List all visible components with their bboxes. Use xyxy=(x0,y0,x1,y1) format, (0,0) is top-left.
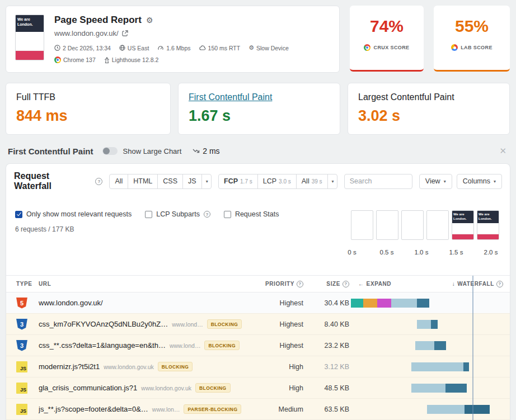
fcp-section-bar: First Contentful Paint Show Large Chart … xyxy=(0,135,516,163)
filter-fcp[interactable]: FCP 1.7 s xyxy=(219,174,258,188)
filter-all-time[interactable]: All 39 s xyxy=(297,174,328,188)
filter-js[interactable]: JS xyxy=(183,174,202,188)
metric-title-fcp-link[interactable]: First Contentful Paint xyxy=(189,92,330,102)
waterfall-bar[interactable] xyxy=(349,314,510,334)
waterfall-bar[interactable] xyxy=(349,377,510,398)
waterfall-bar[interactable] xyxy=(349,292,510,313)
checkbox-icon[interactable] xyxy=(145,211,152,218)
browser-row: Chrome 137 Lighthouse 12.8.2 xyxy=(54,56,289,63)
top-row: We are London. Page Speed Report ⚙ www.l… xyxy=(0,0,516,73)
crux-chrome-icon xyxy=(364,44,370,51)
checkbox-lcp-subparts[interactable]: LCP Subparts ? xyxy=(145,210,210,218)
request-url: js_**.js?scope=footer&delta=0&… xyxy=(39,405,148,413)
parser-blocking-badge: PARSER-BLOCKING xyxy=(184,404,241,414)
globe-icon xyxy=(119,45,125,51)
lcp-subparts-help-icon[interactable]: ? xyxy=(204,211,210,218)
filmstrip-frame[interactable]: We are London. xyxy=(477,210,499,240)
filter-css[interactable]: CSS xyxy=(158,174,183,188)
css-file-icon: 3 xyxy=(16,340,27,351)
metric-title-ttfb: Full TTFB xyxy=(16,92,160,102)
report-header-card: We are London. Page Speed Report ⚙ www.l… xyxy=(6,6,340,73)
request-size: 63.5 KB xyxy=(325,405,349,413)
metric-delta: 2 ms xyxy=(193,147,219,155)
site-thumbnail: We are London. xyxy=(15,15,44,60)
columns-button[interactable]: Columns▾ xyxy=(457,174,502,189)
checkbox-icon[interactable] xyxy=(15,211,22,218)
expand-button[interactable]: ← EXPAND xyxy=(358,281,391,287)
request-priority: High xyxy=(289,384,303,392)
table-row[interactable]: 3 css_km7oFKYVOAnzQ5dNLBu2y0hZ… www.lond… xyxy=(6,314,510,335)
table-row[interactable]: JS modernizr.js?t5i2t1 www.london.gov.uk… xyxy=(6,356,510,377)
close-icon[interactable]: ✕ xyxy=(499,146,508,156)
checkbox-relevant-requests[interactable]: Only show most relevant requests xyxy=(15,210,132,218)
filter-lcp[interactable]: LCP 3.0 s xyxy=(258,174,297,188)
col-header-waterfall[interactable]: ↓ WATERFALL ? xyxy=(452,281,503,287)
waterfall-bar[interactable] xyxy=(349,335,510,356)
settings-gear-icon[interactable]: ⚙ xyxy=(146,16,153,25)
section-title: First Contentful Paint xyxy=(8,147,93,156)
col-header-type[interactable]: TYPE xyxy=(6,281,33,287)
table-row[interactable]: 3 css_**.css?delta=1&language=en&th… www… xyxy=(6,335,510,356)
col-header-size[interactable]: SIZE ? xyxy=(303,281,349,287)
waterfall-help-icon[interactable]: ? xyxy=(95,178,102,185)
css-file-icon: 3 xyxy=(16,319,27,330)
left-arrow-icon: ← xyxy=(358,281,364,287)
table-row[interactable]: 5 www.london.gov.uk/ Highest 30.4 KB xyxy=(6,292,510,314)
device-type: ⚙ Slow Device xyxy=(248,44,289,51)
external-link-icon[interactable] xyxy=(122,30,128,36)
checkbox-request-stats[interactable]: Request Stats xyxy=(224,210,279,218)
filter-all[interactable]: All xyxy=(110,174,128,188)
table-row[interactable]: JS gla_crisis_communication.js?1 www.lon… xyxy=(6,377,510,399)
large-chart-toggle[interactable] xyxy=(102,147,118,155)
html-file-icon: 5 xyxy=(16,298,27,309)
search-input[interactable] xyxy=(344,174,412,189)
blocking-badge: BLOCKING xyxy=(158,362,193,371)
test-date: 2 Dec 2025, 13:34 xyxy=(54,45,111,51)
size-help-icon[interactable]: ? xyxy=(343,281,349,287)
rtt: 150 ms RTT xyxy=(199,45,241,51)
request-host: www.lond… xyxy=(172,321,203,328)
site-thumbnail-caption: We are London. xyxy=(16,15,44,32)
site-url-row[interactable]: www.london.gov.uk/ xyxy=(54,29,289,37)
request-host: www.lon… xyxy=(152,406,180,413)
clock-icon xyxy=(54,45,60,51)
js-file-icon: JS xyxy=(16,404,27,415)
lab-score-value: 55% xyxy=(434,17,510,36)
metric-filter-group: FCP 1.7 s LCP 3.0 s All 39 s ▾ xyxy=(218,174,337,189)
metric-value-fcp: 1.67 s xyxy=(189,107,330,125)
chrome-icon xyxy=(54,56,61,63)
blocking-badge: BLOCKING xyxy=(204,341,240,350)
waterfall-bar[interactable] xyxy=(349,399,510,419)
filmstrip-frame[interactable] xyxy=(376,210,398,240)
type-filter-caret[interactable]: ▾ xyxy=(202,174,212,188)
view-button[interactable]: View▾ xyxy=(419,174,452,189)
crux-score-value: 74% xyxy=(350,17,424,36)
filmstrip-frame[interactable] xyxy=(351,210,373,240)
requests-table: TYPE URL PRIORITY ? SIZE ? ← EXPAND ↓ WA… xyxy=(6,275,510,420)
checkbox-icon[interactable] xyxy=(224,211,231,218)
filter-html[interactable]: HTML xyxy=(128,174,158,188)
filmstrip-frame[interactable]: We are London. xyxy=(452,210,474,240)
sort-down-arrow-icon: ↓ xyxy=(452,281,456,287)
priority-help-icon[interactable]: ? xyxy=(297,281,303,287)
request-size: 3.12 KB xyxy=(325,363,349,371)
table-row[interactable]: JS js_**.js?scope=footer&delta=0&… www.l… xyxy=(6,399,510,420)
request-size: 48.5 KB xyxy=(325,384,349,392)
request-size: 30.4 KB xyxy=(325,299,349,307)
js-file-icon: JS xyxy=(16,383,27,394)
request-priority: High xyxy=(289,363,303,371)
metric-card-lcp: Largest Contentful Paint 3.02 s xyxy=(348,83,510,135)
js-file-icon: JS xyxy=(16,361,27,372)
waterfall-col-help-icon[interactable]: ? xyxy=(496,281,503,287)
col-header-priority[interactable]: PRIORITY ? xyxy=(256,281,303,287)
large-chart-toggle-label[interactable]: Show Large Chart xyxy=(123,147,182,155)
metric-filter-caret[interactable]: ▾ xyxy=(328,174,337,188)
request-priority: Highest xyxy=(280,342,303,350)
metric-value-lcp: 3.02 s xyxy=(358,107,499,125)
filmstrip-frame[interactable] xyxy=(426,210,449,240)
test-conditions-row: 2 Dec 2025, 13:34 US East 1.6 Mbps 150 m… xyxy=(54,44,289,51)
waterfall-bar[interactable] xyxy=(349,356,510,377)
filmstrip-frame[interactable] xyxy=(401,210,424,240)
col-header-url[interactable]: URL xyxy=(33,281,256,287)
request-size: 23.2 KB xyxy=(325,342,349,350)
